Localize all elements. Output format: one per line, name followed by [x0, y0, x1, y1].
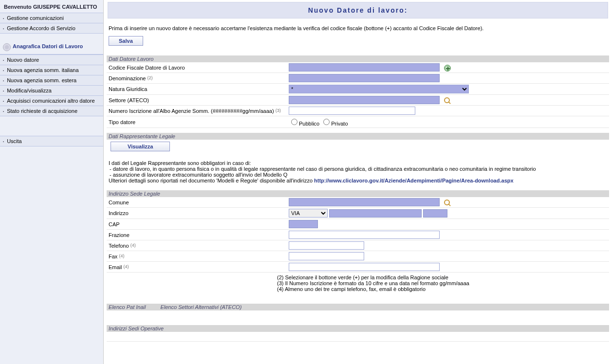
label-tipo-datore: Tipo datore	[107, 116, 287, 128]
label-pubblico: Pubblico	[299, 121, 319, 127]
sidebar: Benvenuto GIUSEPPE CAVALLETTO Gestione c…	[0, 0, 104, 364]
label-denominazione: Denominazione	[109, 75, 146, 81]
sidebar-item-gestione-accordo[interactable]: Gestione Accordo di Servizio	[0, 23, 103, 34]
section-dati-datore: Dati Datore Lavoro	[107, 55, 609, 62]
note-fax: (4)	[119, 254, 124, 258]
input-email[interactable]	[289, 263, 440, 271]
section-elenchi: Elenco Pat Inail Elenco Settori Alternat…	[107, 304, 609, 310]
note-telefono: (4)	[130, 243, 136, 248]
input-settore[interactable]	[289, 96, 440, 104]
input-cap[interactable]	[289, 220, 318, 228]
elenco-ateco: Elenco Settori Alternativi (ATECO)	[160, 304, 241, 310]
input-indirizzo[interactable]	[329, 209, 422, 218]
label-natura: Natura Giuridica	[107, 84, 287, 95]
input-codice-fiscale[interactable]	[289, 63, 440, 72]
instruction-text: Prima di inserire un nuovo datore è nece…	[109, 25, 607, 31]
label-frazione: Frazione	[107, 230, 287, 240]
input-fax[interactable]	[289, 252, 364, 260]
label-settore: Settore (ATECO)	[107, 95, 287, 106]
label-indirizzo: Indirizzo	[107, 208, 287, 219]
section-sedi-operative: Indirizzi Sedi Operative	[107, 325, 609, 332]
sidebar-section-anagrafica: Anagrafica Datori di Lavoro	[0, 38, 103, 55]
plus-icon[interactable]	[444, 65, 451, 72]
sidebar-item-gestione-comunicazioni[interactable]: Gestione comunicazioni	[0, 13, 103, 23]
label-cap: CAP	[107, 219, 287, 230]
legal-li2: assunzione di lavoratore extracomunitari…	[110, 172, 607, 178]
search-icon[interactable]	[444, 200, 451, 206]
page-title: Nuovo Datore di lavoro:	[108, 2, 608, 18]
input-comune[interactable]	[289, 198, 440, 206]
input-indirizzo-num[interactable]	[423, 209, 447, 218]
sidebar-item-acquisisci[interactable]: Acquisisci comunicazioni altro datore	[0, 96, 103, 106]
section-sede-legale: Indirizzo Sede Legale	[107, 190, 609, 197]
legal-more: Ulteriori dettagli sono riportati nel do…	[109, 178, 314, 183]
select-natura-giuridica[interactable]: *	[289, 85, 469, 93]
label-codice-fiscale: Codice Fiscale Datore di Lavoro	[107, 62, 287, 73]
footnotes: (2) Selezionare il bottone verde (+) per…	[107, 273, 609, 294]
sidebar-item-nuova-agenzia-it[interactable]: Nuova agenzia somm. italiana	[0, 65, 103, 75]
legal-link[interactable]: http://www.cliclavoro.gov.it/Aziende/Ade…	[314, 178, 514, 183]
save-button[interactable]: Salva	[109, 36, 143, 46]
label-iscrizione: Numero Iscrizione all'Albo Agenzie Somm.…	[109, 108, 274, 114]
main-content: Nuovo Datore di lavoro: Prima di inserir…	[104, 0, 612, 364]
elenco-pat: Elenco Pat Inail	[109, 304, 146, 310]
sidebar-section-title: Anagrafica Datori di Lavoro	[13, 43, 83, 49]
input-frazione[interactable]	[289, 231, 440, 239]
legal-li1: datore di lavoro, in quanto persona fisi…	[110, 166, 607, 172]
label-comune: Comune	[107, 197, 287, 208]
visualizza-button[interactable]: Visualizza	[111, 142, 170, 151]
sidebar-item-nuovo-datore[interactable]: Nuovo datore	[0, 55, 103, 65]
label-fax: Fax	[109, 254, 117, 259]
sidebar-item-stato-richieste[interactable]: Stato richieste di acquisizione	[0, 106, 103, 116]
note-iscrizione: (3)	[276, 108, 281, 113]
input-iscrizione[interactable]	[289, 107, 415, 115]
note-2: (2) Selezionare il bottone verde (+) per…	[277, 274, 607, 280]
search-icon[interactable]	[444, 97, 451, 104]
sidebar-item-nuova-agenzia-est[interactable]: Nuova agenzia somm. estera	[0, 75, 103, 86]
label-telefono: Telefono	[109, 243, 129, 249]
sidebar-item-modifica[interactable]: Modifica/visualizza	[0, 86, 103, 96]
legal-intro: I dati del Legale Rappresentante sono ob…	[109, 160, 607, 166]
section-rappresentante: Dati Rappresentante Legale	[107, 133, 609, 140]
select-indirizzo-tipo[interactable]: VIA	[289, 209, 328, 218]
legal-text-block: I dati del Legale Rappresentante sono ob…	[107, 158, 609, 185]
label-email: Email	[109, 264, 122, 270]
radio-pubblico[interactable]	[291, 119, 297, 125]
input-denominazione[interactable]	[289, 74, 440, 82]
input-telefono[interactable]	[289, 241, 364, 250]
label-privato: Privato	[331, 121, 348, 127]
radio-privato[interactable]	[323, 119, 330, 125]
welcome-text: Benvenuto GIUSEPPE CAVALLETTO	[0, 0, 103, 13]
note-denominazione: (2)	[148, 75, 153, 80]
note-4: (4) Almeno uno dei tre campi telefono, f…	[277, 286, 607, 292]
sidebar-item-uscita[interactable]: Uscita	[0, 136, 103, 146]
gear-icon	[3, 43, 11, 51]
note-3: (3) Il Numero Iscrizione è formato da 10…	[277, 280, 607, 286]
note-email: (4)	[124, 264, 129, 269]
